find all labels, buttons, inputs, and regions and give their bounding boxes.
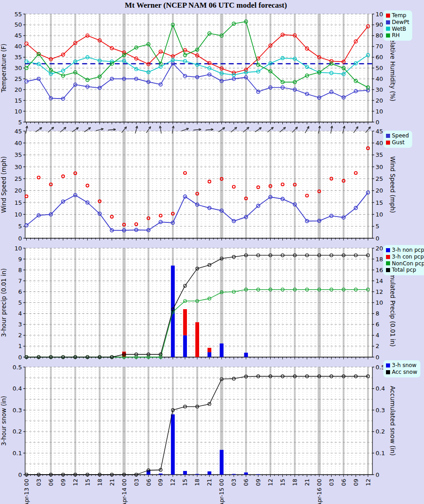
svg-text:Apr-14 00: Apr-14 00	[121, 479, 128, 504]
svg-text:45: 45	[14, 128, 22, 135]
svg-text:09: 09	[255, 479, 262, 486]
svg-text:5: 5	[18, 223, 22, 230]
svg-text:20: 20	[14, 86, 22, 93]
legend-swatch-icon	[386, 33, 390, 38]
legend-item-speed: Speed	[386, 132, 409, 139]
svg-text:0: 0	[376, 119, 379, 126]
legend-swatch-icon	[386, 370, 390, 374]
svg-text:10: 10	[376, 211, 383, 218]
svg-text:0.5: 0.5	[13, 364, 22, 371]
wind-panel: 454035302520151050454035302520151050Wind…	[0, 126, 396, 242]
legend-swatch-icon	[386, 27, 390, 31]
svg-text:4: 4	[376, 332, 379, 339]
meteogram-svg: 5550454035302520151051009080706050403020…	[0, 0, 424, 504]
svg-text:45: 45	[376, 128, 383, 135]
precip-left-axis-label: 3-hour precip (0.01 in)	[0, 268, 7, 337]
svg-text:2: 2	[18, 332, 22, 339]
svg-text:40: 40	[14, 43, 22, 50]
legend-item-3-h-non-pcp: 3-h non pcp	[386, 247, 424, 254]
svg-text:Apr-16 00: Apr-16 00	[316, 479, 323, 504]
svg-text:03: 03	[133, 479, 140, 486]
temperature-hour-ticks	[27, 122, 368, 124]
temperature-panel: 5550454035302520151051009080706050403020…	[0, 11, 396, 126]
svg-text:0: 0	[18, 471, 22, 478]
svg-text:21: 21	[206, 479, 213, 486]
svg-text:0: 0	[376, 235, 379, 242]
legend-item-noncon-pcp: NonCon pcp	[386, 260, 424, 267]
svg-text:35: 35	[14, 54, 22, 61]
svg-text:06: 06	[48, 479, 54, 486]
temperature-right-axis-label: Relative Humidity (%)	[389, 35, 396, 102]
temperature-left-axis-label: Temperature (F)	[0, 43, 7, 93]
svg-text:10: 10	[14, 245, 22, 252]
svg-text:40: 40	[376, 75, 383, 82]
svg-text:03: 03	[230, 479, 237, 486]
legend-item-total-pcp: Total pcp	[386, 267, 424, 273]
svg-text:12: 12	[267, 479, 274, 486]
svg-text:30: 30	[14, 164, 22, 170]
snow-panel-base: 0.50.40.30.20.100.50.40.30.20.103-hour s…	[0, 364, 396, 478]
svg-text:0.4: 0.4	[13, 385, 22, 392]
wind-panel-base: 454035302520151050454035302520151050Wind…	[0, 128, 396, 242]
snow-hour-ticks	[27, 475, 368, 477]
precip-legend: 3-h non pcp3-h con pcpNonCon pcpTotal pc…	[383, 245, 424, 275]
legend-swatch-icon	[386, 20, 390, 24]
legend-label: 3-h snow	[392, 362, 416, 369]
svg-text:12: 12	[72, 479, 79, 486]
svg-text:15: 15	[84, 479, 91, 486]
svg-text:0.1: 0.1	[376, 450, 385, 457]
svg-text:8: 8	[376, 310, 379, 317]
svg-text:12: 12	[169, 479, 176, 486]
svg-text:06: 06	[243, 479, 249, 486]
svg-text:25: 25	[376, 175, 383, 182]
svg-text:0: 0	[18, 354, 22, 361]
svg-text:09: 09	[157, 479, 164, 486]
svg-text:9: 9	[18, 256, 22, 263]
legend-swatch-icon	[386, 134, 390, 138]
legend-label: Temp	[392, 12, 406, 19]
svg-text:18: 18	[96, 479, 103, 486]
legend-label: NonCon pcp	[392, 260, 424, 267]
legend-item-3-h-snow: 3-h snow	[386, 362, 417, 369]
wind-right-axis-label: Wind Speed (mph)	[389, 156, 396, 213]
legend-swatch-icon	[386, 268, 390, 272]
svg-text:12: 12	[365, 479, 372, 486]
svg-text:21: 21	[109, 479, 115, 486]
svg-text:20: 20	[376, 245, 383, 252]
svg-text:0: 0	[18, 235, 22, 242]
legend-label: 3-h con pcp	[392, 254, 424, 260]
svg-text:25: 25	[14, 175, 22, 182]
legend-item-wetb: WetB	[386, 26, 409, 33]
svg-text:18: 18	[376, 256, 383, 263]
svg-text:5: 5	[18, 119, 22, 126]
legend-item-temp: Temp	[386, 12, 409, 19]
legend-item-gust: Gust	[386, 139, 409, 146]
snow-panel: 0.50.40.30.20.100.50.40.30.20.103-hour s…	[0, 364, 396, 478]
svg-text:5: 5	[376, 223, 379, 230]
precip-panel: 109876543210201816141210864203-hour prec…	[0, 245, 396, 361]
svg-text:0.4: 0.4	[376, 385, 385, 392]
legend-label: RH	[392, 32, 400, 39]
legend-item-acc-snow: Acc snow	[386, 369, 417, 376]
svg-text:15: 15	[14, 97, 22, 104]
svg-text:90: 90	[376, 21, 383, 28]
svg-text:20: 20	[14, 187, 22, 194]
svg-text:10: 10	[14, 108, 22, 115]
svg-text:6: 6	[376, 321, 379, 328]
legend-label: 3-h non pcp	[392, 247, 424, 254]
svg-text:10: 10	[14, 211, 22, 218]
svg-text:55: 55	[14, 11, 22, 18]
legend-swatch-icon	[386, 363, 390, 367]
svg-text:18: 18	[194, 479, 200, 486]
x-axis-labels: Apr-13 0003060912151821Apr-14 0003060912…	[23, 479, 372, 504]
svg-text:0.2: 0.2	[376, 428, 385, 435]
legend-label: Gust	[392, 139, 405, 146]
svg-text:35: 35	[376, 151, 383, 158]
svg-text:0.2: 0.2	[13, 428, 22, 435]
legend-swatch-icon	[386, 261, 390, 265]
legend-swatch-icon	[386, 14, 390, 18]
svg-text:4: 4	[18, 310, 22, 317]
svg-text:06: 06	[340, 479, 347, 486]
legend-swatch-icon	[386, 248, 390, 252]
wind-left-axis-label: Wind Speed (mph)	[0, 156, 7, 213]
